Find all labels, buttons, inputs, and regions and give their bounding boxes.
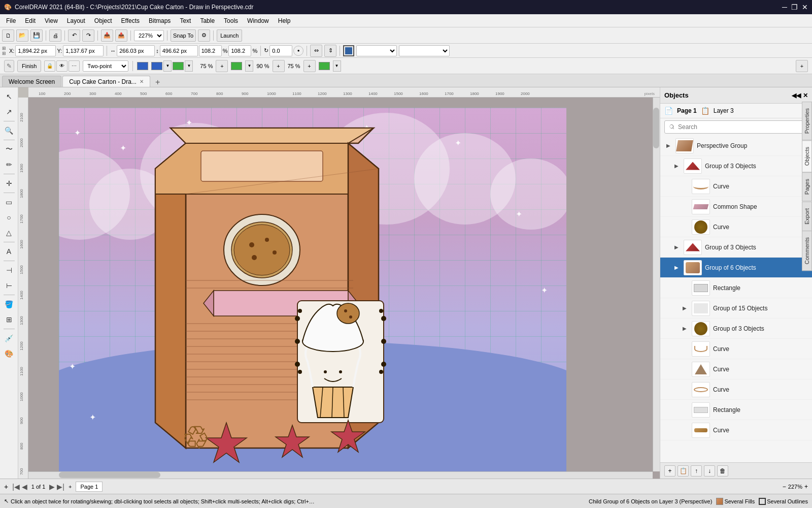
hscroll-thumb[interactable] <box>59 472 160 478</box>
list-item[interactable]: Rectangle <box>660 278 812 298</box>
list-item[interactable]: Curve <box>660 176 812 197</box>
close-panel-button[interactable]: ✕ <box>803 92 808 99</box>
pen-tool[interactable]: ✏ <box>2 157 16 172</box>
list-item[interactable]: ▶Group of 6 Objects <box>660 258 812 278</box>
text-tool[interactable]: A <box>2 244 16 259</box>
list-item[interactable]: Common Shape <box>660 197 812 217</box>
color-drop-4[interactable]: ▼ <box>333 60 341 72</box>
list-item[interactable]: Curve <box>660 217 812 237</box>
transform-tool[interactable]: ✛ <box>2 176 16 190</box>
move-up-button[interactable]: ↑ <box>691 465 702 477</box>
menu-edit[interactable]: Edit <box>21 16 40 25</box>
prev-page-button[interactable]: ◀ <box>22 483 27 491</box>
expand-arrow[interactable]: ▶ <box>681 325 689 333</box>
restore-button[interactable]: ❐ <box>791 3 798 11</box>
color-box-1[interactable] <box>151 62 162 70</box>
w-scale-input[interactable] <box>199 45 222 56</box>
save-button[interactable]: 💾 <box>30 29 43 42</box>
import-button[interactable]: 📥 <box>101 29 113 42</box>
fill-type-combo[interactable] <box>356 45 397 56</box>
window-controls[interactable]: ─ ❐ ✕ <box>782 3 808 11</box>
add-tab-btn[interactable]: + <box>796 60 808 72</box>
add-page-end-button[interactable]: + <box>69 484 72 490</box>
expand-arrow[interactable]: ▶ <box>672 162 681 170</box>
canvas-viewport[interactable]: ✦ ✦ ✦ ✦ ✦ ✦ ✦ ✦ ✦ ✦ <box>28 98 660 479</box>
expand-arrow[interactable]: ▶ <box>681 304 689 312</box>
menu-table[interactable]: Table <box>196 16 219 25</box>
freehand-tool[interactable]: ↗ <box>2 105 16 119</box>
settings-button2[interactable]: ⋯ <box>69 60 80 72</box>
list-item[interactable]: Curve <box>660 339 812 359</box>
close-button[interactable]: ✕ <box>802 3 808 11</box>
launch-button[interactable]: Launch <box>217 29 242 42</box>
list-item[interactable]: Rectangle <box>660 400 812 420</box>
print-button[interactable]: 🖨 <box>49 29 61 42</box>
list-item[interactable]: Curve <box>660 420 812 440</box>
delete-button[interactable]: 🗑 <box>717 465 728 477</box>
next-page-button[interactable]: ▶ <box>49 483 55 491</box>
redo-button[interactable]: ↷ <box>82 29 94 42</box>
tab-cupcake[interactable]: Cup Cake Carton - Dra... ✕ <box>62 76 150 87</box>
pages-tab[interactable]: Pages <box>802 172 812 201</box>
x-input[interactable] <box>15 45 56 56</box>
zoom-out-button[interactable]: − <box>783 483 786 490</box>
options-button[interactable]: ⚙ <box>198 29 210 42</box>
menu-text[interactable]: Text <box>176 16 195 25</box>
page-name-field[interactable]: Page 1 <box>76 482 103 492</box>
objects-side-tab[interactable]: Objects <box>802 140 812 172</box>
menu-tools[interactable]: Tools <box>220 16 242 25</box>
menu-help[interactable]: Help <box>274 16 295 25</box>
y-input[interactable] <box>63 45 104 56</box>
first-page-button[interactable]: |◀ <box>12 483 20 491</box>
list-item[interactable]: ▶Group of 15 Objects <box>660 298 812 319</box>
fill-tool[interactable]: 🪣 <box>2 297 16 311</box>
undo-button[interactable]: ↶ <box>68 29 80 42</box>
outline-combo[interactable] <box>399 45 450 56</box>
menu-effects[interactable]: Effects <box>117 16 144 25</box>
new-button[interactable]: 🗋 <box>2 29 14 42</box>
finish-button[interactable]: Finish <box>17 60 41 72</box>
color-box-3[interactable] <box>231 62 242 70</box>
properties-tab[interactable]: Properties <box>802 102 812 140</box>
color-drop-1[interactable]: ▼ <box>163 60 172 72</box>
list-item[interactable]: ▶Group of 3 Objects <box>660 319 812 339</box>
search-input[interactable] <box>664 120 808 134</box>
rectangle-tool[interactable]: ▭ <box>2 195 16 209</box>
dimension-tool[interactable]: ⊣ <box>2 263 16 277</box>
menu-window[interactable]: Window <box>243 16 273 25</box>
vscroll-thumb[interactable] <box>653 108 659 148</box>
eye-button[interactable]: 👁 <box>56 60 67 72</box>
mirror-h-button[interactable]: ⇔ <box>310 45 322 57</box>
minimize-button[interactable]: ─ <box>782 3 787 11</box>
menu-object[interactable]: Object <box>90 16 116 25</box>
tab-welcome[interactable]: Welcome Screen <box>2 76 61 87</box>
menu-bitmaps[interactable]: Bitmaps <box>145 16 175 25</box>
copy-layer-button[interactable]: 📋 <box>678 465 689 477</box>
width-input[interactable] <box>117 45 155 56</box>
h-scale-input[interactable] <box>228 45 251 56</box>
add-page-button[interactable]: + <box>4 483 8 491</box>
expand-arrow[interactable]: ▶ <box>664 142 672 150</box>
tab-close-button[interactable]: ✕ <box>140 79 144 84</box>
list-item[interactable]: ▶Group of 3 Objects <box>660 156 812 176</box>
lock-button[interactable]: 🔒 <box>44 60 55 72</box>
perspective-mode-combo[interactable]: Two-point One-point Three-point <box>83 60 128 72</box>
perc3-plus[interactable]: + <box>303 60 316 72</box>
horizontal-scrollbar[interactable] <box>28 471 653 479</box>
new-tab-button[interactable]: + <box>151 78 164 87</box>
expand-arrow[interactable]: ▶ <box>672 264 681 272</box>
list-item[interactable]: ▶Group of 3 Objects <box>660 237 812 258</box>
comments-tab[interactable]: Comments <box>802 231 812 271</box>
ellipse-tool[interactable]: ○ <box>2 210 16 225</box>
polygon-tool[interactable]: △ <box>2 226 16 240</box>
zoom-tool[interactable]: 🔍 <box>2 123 16 138</box>
open-button[interactable]: 📂 <box>16 29 28 42</box>
height-input[interactable] <box>160 45 198 56</box>
list-item[interactable]: ▶Perspective Group <box>660 136 812 156</box>
perc2-plus[interactable]: + <box>273 60 285 72</box>
fill-color[interactable] <box>343 45 354 56</box>
zoom-in-button[interactable]: + <box>804 483 808 490</box>
export-button[interactable]: 📤 <box>115 29 127 42</box>
selection-tool[interactable]: ↖ <box>2 89 16 104</box>
list-item[interactable]: Curve <box>660 359 812 379</box>
